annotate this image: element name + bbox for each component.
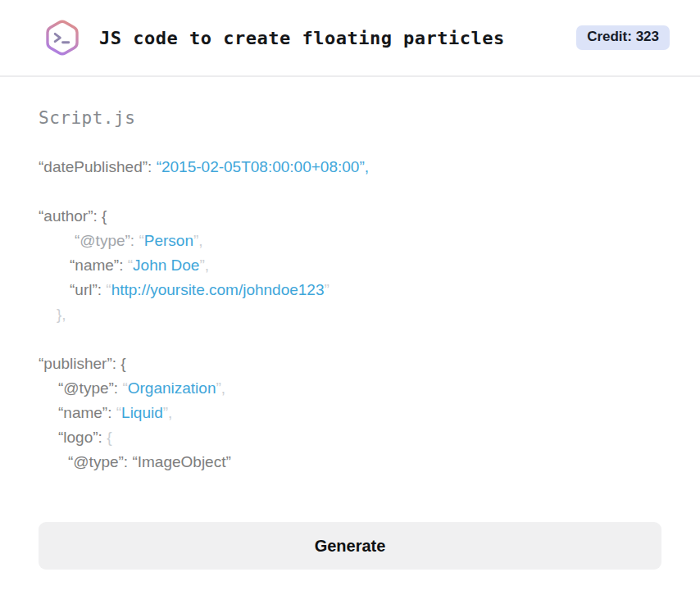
code-line: }, [39,302,661,327]
code-token: }, [57,306,66,323]
code-token: “url”: [70,281,106,298]
code-line: “logo”: { [39,425,661,450]
credit-badge: Credit: 323 [576,25,670,50]
code-token: “@type”: [75,232,139,249]
code-token: ” [325,281,330,298]
terminal-prompt-hexagon-icon [42,16,83,60]
header: JS code to create floating particles Cre… [0,0,700,77]
code-token: ”, [199,257,209,274]
code-token: “name”: [58,404,116,421]
code-token: “@type”: “ImageObject” [68,453,231,470]
code-line: “@type”: “Organization”, [39,376,661,401]
code-token: “logo”: [58,429,107,446]
code-line: “@type”: “ImageObject” [39,450,661,475]
code-line: “name”: “John Doe”, [39,253,661,278]
code-line: “name”: “Liquid”, [39,401,661,425]
code-block: “datePublished”: “2015-02-05T08:00:00+08… [39,155,661,475]
code-blank-line [39,327,661,352]
code-token: ”, [193,232,203,249]
code-token: John Doe [133,257,199,274]
code-token: “2015-02-05T08:00:00+08:00”, [157,158,369,175]
file-title: Script.js [39,108,661,128]
code-token: “author”: { [39,207,107,225]
code-line: “publisher”: { [39,352,661,376]
code-token: http://yoursite.com/johndoe123 [111,281,325,298]
code-token: Organization [128,379,216,397]
app-window: JS code to create floating particles Cre… [0,0,700,570]
code-token: “name”: [70,257,128,274]
code-token: Liquid [121,404,163,421]
code-token: ”, [163,404,173,421]
code-token: “@type”: [58,379,122,397]
generate-button[interactable]: Generate [39,522,661,570]
code-token: { [107,429,111,446]
page-title: JS code to create floating particles [99,28,505,48]
code-line: “url”: “http://yoursite.com/johndoe123” [39,278,661,302]
code-token: “publisher”: { [39,355,126,372]
code-line: “@type”: “Person”, [39,229,661,253]
code-token: ”, [216,379,225,397]
main-content: Script.js “datePublished”: “2015-02-05T0… [0,108,700,570]
code-line: “author”: { [39,204,661,229]
code-token: “datePublished”: [39,158,157,175]
code-line: “datePublished”: “2015-02-05T08:00:00+08… [39,155,661,179]
code-token: Person [144,232,193,249]
code-blank-line [39,179,661,204]
